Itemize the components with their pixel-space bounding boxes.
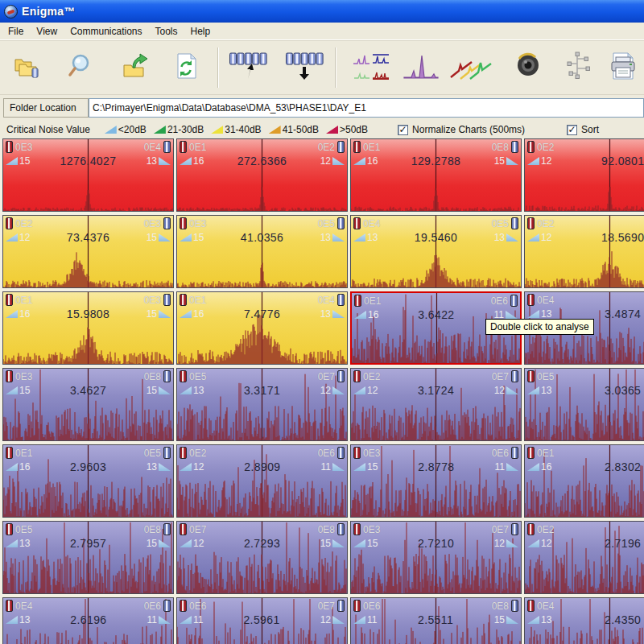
logger-id: 0E1 bbox=[364, 295, 381, 307]
refresh-icon bbox=[173, 53, 199, 82]
logger-noise-level: 16 bbox=[367, 155, 378, 167]
logger-noise-level: 15 bbox=[367, 538, 378, 549]
checkbox-box[interactable]: ✓ bbox=[567, 125, 577, 135]
menu-item-view[interactable]: View bbox=[30, 23, 64, 39]
noise-level-triangle-icon bbox=[527, 386, 539, 394]
chart-tile-0E2-cut[interactable]: 0E21218.5690 bbox=[524, 215, 644, 288]
correlation-value: 2.4350 bbox=[553, 613, 644, 626]
tile-values: 133.0365 bbox=[525, 384, 644, 397]
correlation-value: 2.5511 bbox=[378, 613, 492, 626]
chart-tile-0E1-cut[interactable]: 0E1162.8302 bbox=[524, 444, 644, 518]
logger-noise-level: 11 bbox=[367, 614, 377, 625]
chart-tile-0E5-cut[interactable]: 0E5133.0365 bbox=[524, 368, 644, 441]
noise-level-triangle-icon bbox=[527, 616, 539, 624]
checkbox-normalize-charts[interactable]: ✓Normalize Charts (500ms) bbox=[398, 124, 525, 135]
chart-tile-0E4-cut[interactable]: 0E4132.4350 bbox=[524, 597, 644, 644]
chart-tile-0E7-0E8[interactable]: 0E70E8122.729315 bbox=[176, 521, 348, 594]
menu-item-communications[interactable]: Communications bbox=[64, 23, 148, 39]
enigma-window: { "window": { "title": "Enigma™" }, "men… bbox=[0, 0, 644, 644]
noise-band-20dB: <20dB bbox=[105, 124, 147, 135]
chart-tile-0E1-0E5[interactable]: 0E10E5162.960313 bbox=[2, 444, 174, 518]
chart-tile-0E1-0E3[interactable]: 0E10E31615.980815 bbox=[2, 291, 174, 365]
chart-tile-0E1-0E2[interactable]: 0E10E216272.636612 bbox=[176, 138, 348, 212]
logger-battery-icon bbox=[527, 447, 535, 459]
logger-battery-icon bbox=[353, 447, 361, 459]
sound-button[interactable] bbox=[506, 44, 548, 91]
logger-id: 0E5 bbox=[492, 218, 509, 229]
noise-band-triangle-icon bbox=[105, 126, 117, 134]
noise-level-triangle-icon bbox=[180, 310, 192, 318]
logger-id: 0E7 bbox=[189, 524, 206, 535]
chart-tile-0E1-0E8[interactable]: 0E10E816129.278815 bbox=[350, 138, 522, 212]
chart-tile-0E6-0E8[interactable]: 0E60E8112.551115 bbox=[350, 597, 522, 644]
folder-path-input[interactable] bbox=[89, 98, 644, 118]
chart-tile-0E2-0E3[interactable]: 0E20E31273.437615 bbox=[2, 215, 174, 288]
logger-noise-level: 15 bbox=[193, 232, 204, 243]
network-button[interactable] bbox=[556, 44, 598, 91]
correlation-value: 41.0356 bbox=[205, 231, 318, 244]
logger-noise-level: 15 bbox=[147, 308, 157, 320]
chart-tile-0E3-0E8[interactable]: 0E30E8153.462715 bbox=[2, 368, 174, 441]
chart-tile-0E3-0E6[interactable]: 0E30E6152.877811 bbox=[350, 444, 522, 518]
noise-level-triangle-icon bbox=[332, 463, 345, 471]
logger-id: 0E6 bbox=[318, 448, 335, 459]
checkbox-sort[interactable]: ✓Sort bbox=[567, 124, 599, 135]
tile-header: 0E10E6 bbox=[352, 295, 520, 307]
menu-item-help[interactable]: Help bbox=[184, 23, 217, 39]
download-loggers-button[interactable] bbox=[283, 44, 325, 91]
refresh-button[interactable] bbox=[166, 44, 208, 91]
tile-header: 0E1 bbox=[525, 447, 644, 459]
chart-tile-0E2-0E7[interactable]: 0E20E7123.172412 bbox=[350, 368, 522, 441]
logger-noise-level: 16 bbox=[368, 309, 378, 320]
logger-noise-level: 11 bbox=[495, 461, 505, 473]
chart-tile-0E3-0E5[interactable]: 0E30E51541.035613 bbox=[176, 215, 348, 288]
logger-id: 0E5 bbox=[144, 448, 161, 459]
noise-level-triangle-icon bbox=[159, 310, 171, 318]
tile-header: 0E30E5 bbox=[177, 217, 347, 229]
logger-battery-icon bbox=[511, 217, 518, 229]
noise-level-triangle-icon bbox=[6, 616, 18, 624]
search-button[interactable] bbox=[60, 44, 101, 91]
noise-level-triangle-icon bbox=[180, 233, 192, 242]
cascade-charts-icon bbox=[449, 52, 493, 84]
logger-id: 0E2 bbox=[318, 142, 335, 153]
chart-tile-0E5-0E7[interactable]: 0E50E7133.317112 bbox=[176, 368, 348, 441]
upload-loggers-button[interactable] bbox=[227, 44, 269, 91]
noise-level-triangle-icon bbox=[353, 616, 365, 624]
chart-tile-0E2-cut[interactable]: 0E21292.0801 bbox=[524, 138, 644, 212]
tile-values: 112.551115 bbox=[351, 613, 521, 626]
export-data-button[interactable] bbox=[115, 44, 157, 91]
chart-tile-0E3-0E4[interactable]: 0E30E4151276.402713 bbox=[2, 138, 174, 212]
menu-item-tools[interactable]: Tools bbox=[149, 23, 184, 39]
logger-battery-icon bbox=[6, 217, 13, 229]
browse-folders-button[interactable] bbox=[6, 44, 47, 91]
correlation-value: 2.5961 bbox=[204, 613, 318, 626]
correlation-value: 3.3171 bbox=[205, 384, 318, 397]
chart-tile-0E5-0E8[interactable]: 0E50E8132.795715 bbox=[2, 521, 174, 594]
logger-id: 0E4 bbox=[363, 218, 380, 229]
view-single-chart-button[interactable] bbox=[400, 44, 442, 91]
logger-id: 0E8 bbox=[492, 142, 509, 153]
noise-level-triangle-icon bbox=[180, 463, 192, 471]
cascade-charts-button[interactable] bbox=[450, 44, 492, 91]
logger-battery-icon bbox=[511, 447, 518, 459]
logger-noise-level: 13 bbox=[320, 232, 331, 243]
noise-band-triangle-icon bbox=[211, 126, 223, 134]
chart-tile-0E1-0E4[interactable]: 0E10E4167.477613 bbox=[176, 291, 348, 365]
chart-tile-0E4-0E5[interactable]: 0E40E51319.546013 bbox=[350, 215, 522, 288]
print-button[interactable] bbox=[602, 44, 644, 91]
menu-item-file[interactable]: File bbox=[2, 23, 30, 39]
chart-tile-0E2-0E6[interactable]: 0E20E6122.890911 bbox=[176, 444, 348, 518]
checkbox-box[interactable]: ✓ bbox=[398, 125, 408, 135]
noise-level-triangle-icon bbox=[159, 157, 171, 165]
chart-tile-0E3-0E7[interactable]: 0E30E7152.721012 bbox=[350, 521, 522, 594]
logger-id: 0E8 bbox=[318, 524, 335, 535]
chart-tile-0E2-cut[interactable]: 0E2122.7196 bbox=[524, 521, 644, 594]
logger-id: 0E5 bbox=[15, 524, 32, 535]
logger-noise-level: 11 bbox=[147, 614, 157, 625]
logger-noise-level: 12 bbox=[193, 461, 204, 473]
chart-tile-0E4-0E6[interactable]: 0E40E6132.619611 bbox=[2, 597, 174, 644]
noise-level-triangle-icon bbox=[332, 310, 345, 318]
chart-tile-0E6-0E7[interactable]: 0E60E7112.596112 bbox=[176, 597, 348, 644]
view-all-charts-button[interactable] bbox=[350, 44, 392, 91]
